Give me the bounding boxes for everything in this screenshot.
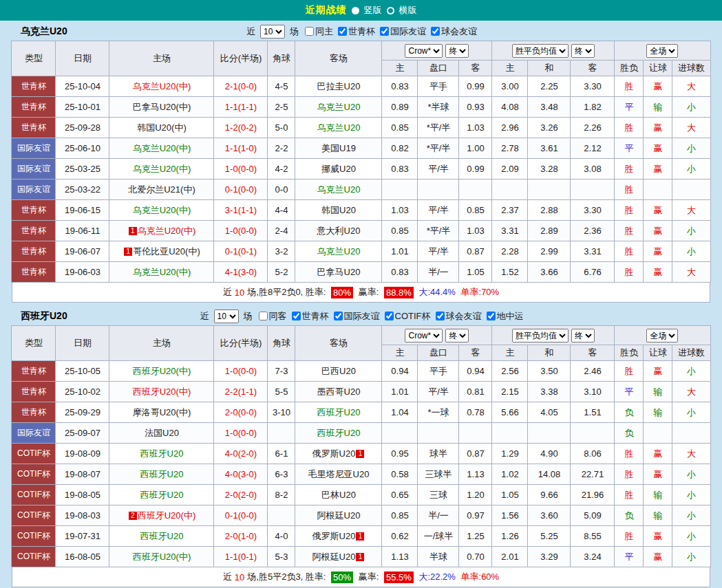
recent-count-select[interactable]: 10	[214, 309, 239, 323]
score-cell: 4-0(3-0)	[214, 464, 268, 485]
goals-result-cell: 小	[672, 526, 710, 547]
asian-handicap-cell: *平/半	[418, 118, 459, 138]
competition-filter[interactable]: 世青杯	[338, 25, 375, 38]
avg-stage-select[interactable]: 终	[571, 44, 595, 58]
odds-stage-select[interactable]: 终	[445, 329, 469, 342]
avg-home-odds-cell	[492, 423, 528, 444]
result-cell: 胜	[615, 444, 644, 464]
scope-select[interactable]: 全场	[646, 329, 678, 342]
match-row: 世青杯19-06-15乌克兰U20(中)3-1(1-1)4-4韩国U201.03…	[12, 200, 710, 221]
competition-cell: COTIF杯	[12, 526, 56, 547]
asian-away-odds-cell: 0.87	[459, 444, 492, 464]
away-team-name: 乌克兰U20	[317, 246, 361, 257]
score-cell: 1-1(0-1)	[214, 547, 268, 567]
asian-handicap-cell	[418, 179, 459, 200]
avg-away-odds-cell: 2.12	[571, 138, 615, 159]
corner-cell	[268, 505, 295, 526]
corner-cell: 6-1	[268, 444, 295, 464]
handicap-result-cell	[644, 179, 672, 200]
competition-checkbox[interactable]	[431, 27, 440, 36]
same-venue-filter[interactable]: 同主	[305, 25, 333, 38]
match-row: COTIF杯19-08-09西班牙U204-0(2-0)6-1俄罗斯U2010.…	[12, 444, 710, 464]
avg-home-odds-cell: 2.09	[492, 159, 528, 179]
asian-away-odds-cell: 1.00	[459, 138, 492, 159]
competition-checkbox[interactable]	[334, 312, 343, 320]
away-team-name: 墨西哥U20	[317, 386, 361, 397]
handicap-result-cell: 输	[644, 505, 672, 526]
asian-away-odds-cell: 1.03	[459, 118, 492, 138]
score-cell: 2-0(0-0)	[214, 402, 268, 423]
sub-col-header: 让球	[644, 61, 672, 76]
competition-checkbox[interactable]	[338, 27, 347, 36]
corner-cell: 3-10	[268, 402, 295, 423]
team-section: 乌克兰U20近10场同主世青杯国际友谊球会友谊类型日期主场比分(半场)角球客场C…	[0, 22, 722, 303]
avg-draw-odds-cell: 3.28	[528, 159, 571, 179]
score-cell: 1-0(0-0)	[214, 159, 268, 179]
scope-select[interactable]: 全场	[646, 44, 678, 58]
sub-col-header: 盘口	[418, 61, 459, 76]
avg-away-odds-cell: 21.96	[571, 485, 615, 505]
score-cell: 0-1(0-0)	[214, 179, 268, 200]
competition-checkbox[interactable]	[292, 312, 301, 320]
avg-draw-odds-cell: 4.90	[528, 444, 571, 464]
horizontal-layout-radio[interactable]	[387, 7, 394, 14]
competition-filter[interactable]: 球会友谊	[436, 310, 482, 323]
home-team-name: 乌克兰U20(中)	[133, 205, 191, 215]
avg-draw-odds-cell: 3.50	[528, 361, 571, 382]
competition-filter[interactable]: COTIF杯	[385, 310, 431, 323]
avg-odds-select[interactable]: 胜平负均值	[512, 329, 569, 342]
avg-draw-odds-cell	[528, 423, 571, 444]
score-cell: 1-0(0-0)	[214, 221, 268, 241]
goals-result-cell	[672, 423, 710, 444]
competition-filter[interactable]: 球会友谊	[431, 25, 477, 38]
odds-stage-select[interactable]: 终	[445, 44, 469, 58]
win-rate-badge: 50%	[331, 571, 353, 583]
sub-col-header: 进球数	[672, 345, 710, 361]
competition-filter[interactable]: 国际友谊	[380, 25, 426, 38]
result-cell: 胜	[615, 118, 644, 138]
result-cell: 胜	[615, 221, 644, 241]
asian-handicap-cell: 球半	[418, 444, 459, 464]
competition-checkbox[interactable]	[385, 312, 394, 320]
goals-result-cell: 小	[672, 361, 710, 382]
avg-stage-select[interactable]: 终	[571, 329, 595, 342]
competition-filter[interactable]: 地中运	[487, 310, 524, 323]
odds-company-select[interactable]: Crow*	[405, 329, 443, 342]
asian-handicap-cell: 三球	[418, 485, 459, 505]
vertical-layout-radio[interactable]	[352, 7, 359, 14]
handicap-result-cell: 赢	[644, 262, 672, 283]
single-rate-value: 单率:60%	[461, 571, 500, 583]
same-venue-checkbox[interactable]	[259, 312, 268, 320]
date-cell: 19-08-09	[56, 444, 109, 464]
avg-home-odds-cell: 2.28	[492, 241, 528, 262]
vertical-layout-label[interactable]: 竖版	[364, 4, 382, 17]
odds-company-select[interactable]: Crow*	[405, 44, 443, 58]
away-team-cell: 巴拿马U20	[295, 262, 382, 283]
horizontal-layout-label[interactable]: 横版	[399, 4, 417, 17]
competition-checkbox[interactable]	[436, 312, 445, 320]
rank-badge: 2	[129, 512, 137, 520]
competition-filter[interactable]: 世青杯	[292, 310, 329, 323]
competition-filter[interactable]: 国际友谊	[334, 310, 380, 323]
competition-label: 国际友谊	[344, 310, 380, 323]
corner-cell: 4-4	[268, 200, 295, 221]
topbar: 近期战绩 竖版 横版	[0, 0, 722, 21]
avg-home-odds-cell	[492, 179, 528, 200]
home-team-name: 法国U20	[145, 428, 179, 438]
competition-checkbox[interactable]	[487, 312, 496, 320]
competition-cell: 世青杯	[12, 221, 56, 241]
same-venue-checkbox[interactable]	[305, 27, 314, 36]
same-venue-filter[interactable]: 同客	[259, 310, 287, 323]
away-team-cell: 墨西哥U20	[295, 382, 382, 402]
asian-home-odds-cell: 0.83	[382, 76, 418, 97]
avg-away-odds-cell	[571, 423, 615, 444]
home-team-cell: 1乌克兰U20(中)	[109, 221, 214, 241]
competition-label: 球会友谊	[446, 310, 482, 323]
score-cell: 1-1(1-1)	[214, 97, 268, 118]
asian-away-odds-cell: 1.05	[459, 262, 492, 283]
asian-away-odds-cell: 0.94	[459, 361, 492, 382]
goals-result-cell: 小	[672, 464, 710, 485]
competition-checkbox[interactable]	[380, 27, 389, 36]
recent-count-select[interactable]: 10	[260, 25, 285, 39]
avg-odds-select[interactable]: 胜平负均值	[512, 44, 569, 58]
